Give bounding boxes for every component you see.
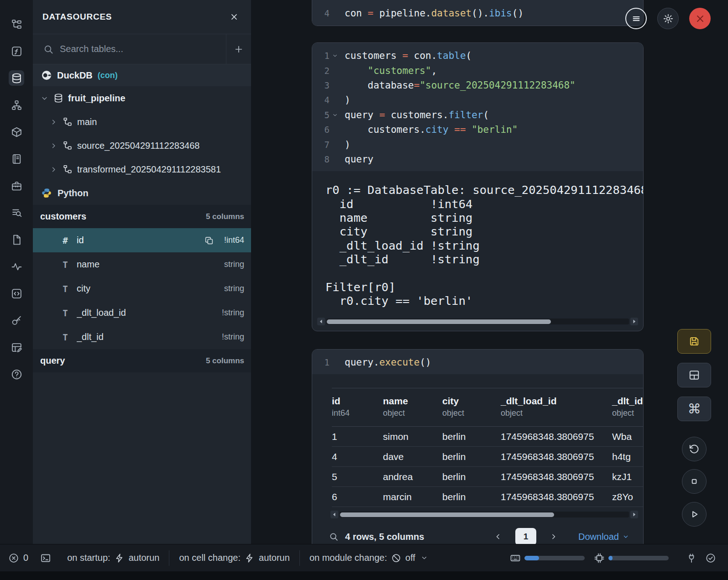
panel-close-button[interactable] [227,10,241,24]
column-item-id[interactable]: #id!int64 [33,228,251,252]
column-header-id[interactable]: idint64 [332,396,383,418]
column-header-city[interactable]: cityobject [442,396,501,418]
table-row[interactable]: 4daveberlin1745968348.3806975h4tg [332,447,643,467]
code-line[interactable]: 6 customers.city == "berlin" [312,122,643,137]
line-number: 6 [312,125,330,135]
python-logo [41,188,52,199]
prev-page-button[interactable] [489,528,507,544]
database-icon[interactable] [9,70,24,86]
help-icon[interactable] [9,366,24,382]
column-header-_dlt_load_id[interactable]: _dlt_load_idobject [501,396,612,418]
dataframe-section-query[interactable]: query5 columns [33,349,251,372]
activity-icon[interactable] [9,259,24,274]
search-tables-input[interactable] [60,34,226,64]
code-cell-query[interactable]: 1customers = con.table(2 "customers",3 d… [312,42,644,331]
table-cell: z8Yo [612,491,643,502]
command-palette-button[interactable]: ⌘ [677,397,711,421]
tree-item-transformed_202504291112283581[interactable]: transformed_202504291112283581 [33,157,251,181]
line-number: 4 [312,8,330,18]
database-small-icon [53,93,63,103]
error-indicator[interactable]: 0 [0,553,34,564]
column-item-_dlt_id[interactable]: T_dlt_id!string [33,325,251,349]
code-line[interactable]: 2 "customers", [312,63,643,78]
scrollbar-thumb[interactable] [340,512,554,517]
setting-on-module-change[interactable]: on module change:off [299,550,438,566]
table-row[interactable]: 5andreaberlin1745968348.3806975kzJ1 [332,467,643,487]
code-line[interactable]: 4) [312,93,643,107]
workflow-tree-icon[interactable] [9,16,24,32]
python-label: Python [58,188,89,199]
horizontal-scrollbar [330,511,638,518]
shutdown-button[interactable] [689,8,711,29]
table-cell: Wba [612,431,643,442]
table-search-icon[interactable] [329,532,339,542]
tree-item-fruit_pipeline[interactable]: fruit_pipeline [33,86,251,110]
tree-item-main[interactable]: main [33,110,251,134]
table-cell: andrea [383,471,442,482]
table-row[interactable]: 1simonberlin1745968348.3806975Wba [332,427,643,447]
fold-chevron-icon[interactable] [330,112,340,118]
code-line[interactable]: 7) [312,137,643,152]
scrollbar-track[interactable] [340,512,629,517]
code-cell-partial[interactable]: 4con = pipeline.dataset().ibis() [312,0,644,26]
connection-row-python[interactable]: Python [33,181,251,205]
edit-table-icon[interactable] [9,340,24,355]
fold-chevron-icon[interactable] [330,52,340,59]
code-block-icon[interactable] [9,286,24,301]
scrollbar-thumb[interactable] [327,319,551,324]
setting-on-cell-change[interactable]: on cell change:autorun [169,550,299,566]
code-line[interactable]: 1customers = con.table( [312,48,643,63]
code-line[interactable]: 5query = customers.filter( [312,108,643,122]
page-indicator[interactable]: 1 [515,528,536,544]
header-dtype: object [383,408,442,418]
hierarchy-icon[interactable] [9,97,24,113]
layout-icon [688,369,700,381]
check-circle-icon[interactable] [705,553,716,564]
cube-icon[interactable] [9,124,24,140]
terminal-icon[interactable] [40,553,51,564]
code-line[interactable]: 4con = pipeline.dataset().ibis() [312,6,643,21]
column-item-name[interactable]: Tnamestring [33,252,251,277]
scroll-left-button[interactable] [317,318,325,325]
connect-icon[interactable] [686,553,697,564]
column-header-_dlt_id[interactable]: _dlt_idobject [612,396,643,418]
document-icon[interactable] [9,232,24,247]
column-header-name[interactable]: nameobject [383,396,442,418]
stop-button[interactable] [682,469,707,494]
table-row[interactable]: 6marcinberlin1745968348.3806975z8Yo [332,487,643,507]
chevron-right-icon [49,141,58,150]
scrollbar-track[interactable] [326,319,629,324]
settings-button[interactable] [657,8,679,29]
function-icon[interactable] [9,43,24,59]
code-cell-execute[interactable]: 1query.execute() idint64nameobjectcityob… [312,349,644,544]
add-datasource-button[interactable] [226,34,251,64]
connection-row-duckdb[interactable]: DuckDB (con) [33,64,251,86]
layout-button[interactable] [677,363,711,387]
list-search-icon[interactable] [9,205,24,220]
scroll-left-button[interactable] [330,511,338,518]
tree-item-source_202504291112283468[interactable]: source_202504291112283468 [33,134,251,157]
undo-button[interactable] [682,437,707,461]
keyboard-meter[interactable] [524,556,585,560]
save-button[interactable] [677,329,711,354]
copy-icon[interactable] [204,235,214,246]
code-text: ) [340,94,351,105]
code-line[interactable]: 3 database="source_202504291112283468" [312,78,643,93]
download-link[interactable]: Download [578,532,629,542]
setting-on-startup[interactable]: on startup:autorun [58,550,169,566]
code-line[interactable]: 8query [312,152,643,167]
scroll-right-button[interactable] [630,318,638,325]
key-icon[interactable] [9,313,24,328]
toolbox-icon[interactable] [9,178,24,193]
next-page-button[interactable] [545,528,563,544]
scroll-right-button[interactable] [630,511,638,518]
notebook-icon[interactable] [9,151,24,167]
dataframe-section-customers[interactable]: customers5 columns [33,205,251,228]
cell-menu-button[interactable] [625,8,647,29]
run-button[interactable] [682,502,707,527]
column-item-city[interactable]: Tcitystring [33,277,251,301]
chip-meter[interactable] [608,556,669,560]
code-line[interactable]: 1query.execute() [312,355,643,370]
search-icon [43,44,54,55]
column-item-_dlt_load_id[interactable]: T_dlt_load_id!string [33,301,251,325]
